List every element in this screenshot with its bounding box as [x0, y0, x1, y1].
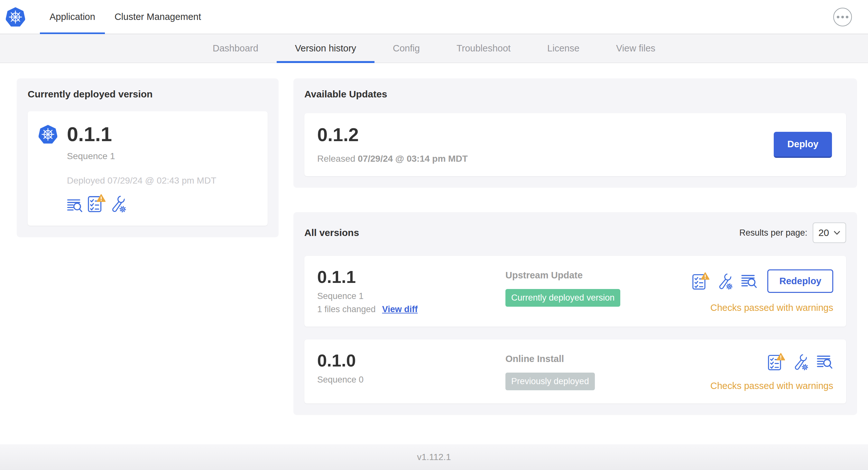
all-versions-header: All versions Results per page: 20: [304, 223, 846, 243]
deployed-icon-row: [67, 194, 216, 213]
update-version-label: 0.1.2: [317, 125, 468, 144]
preflight-status-text: Checks passed with warnings: [710, 381, 833, 391]
deployed-sequence-label: Sequence 1: [67, 151, 216, 161]
version-source: Upstream Update Currently deployed versi…: [505, 268, 692, 307]
sequence-label: Sequence 0: [317, 375, 505, 385]
top-tabs: Application Cluster Management: [40, 0, 211, 34]
version-source: Online Install Previously deployed: [505, 352, 710, 390]
tab-version-history[interactable]: Version history: [277, 34, 374, 63]
tab-config[interactable]: Config: [374, 34, 438, 63]
status-badge: Previously deployed: [505, 373, 595, 390]
tab-license[interactable]: License: [529, 34, 598, 63]
redeploy-button[interactable]: Redeploy: [767, 269, 833, 293]
ellipsis-icon: [836, 16, 849, 18]
tab-view-files[interactable]: View files: [598, 34, 674, 63]
released-label: Released: [317, 154, 355, 164]
console-version-label: v1.112.1: [417, 452, 451, 462]
tab-cluster-management[interactable]: Cluster Management: [105, 0, 211, 34]
version-label: 0.1.1: [317, 268, 505, 286]
source-label: Online Install: [505, 354, 710, 364]
more-options-button[interactable]: [833, 8, 852, 26]
version-row-0-1-1: 0.1.1 Sequence 1 1 files changed View di…: [304, 256, 846, 327]
update-info: 0.1.2 Released 07/29/24 @ 03:14 pm MDT: [317, 125, 468, 164]
version-actions: Checks passed with warnings: [710, 352, 833, 391]
deployed-info: 0.1.1 Sequence 1 Deployed 07/29/24 @ 02:…: [67, 124, 216, 213]
deployed-version-label: 0.1.1: [67, 124, 216, 145]
available-updates-title: Available Updates: [304, 89, 846, 100]
results-per-page: Results per page: 20: [739, 223, 846, 243]
update-released-line: Released 07/29/24 @ 03:14 pm MDT: [317, 154, 468, 164]
version-info: 0.1.0 Sequence 0: [317, 352, 505, 385]
preflight-status-text: Checks passed with warnings: [710, 303, 833, 313]
action-icon-row: Redeploy: [692, 269, 833, 293]
preflight-checks-warning-icon[interactable]: [88, 194, 105, 213]
app-footer: v1.112.1: [0, 444, 868, 470]
version-label: 0.1.0: [317, 352, 505, 369]
currently-deployed-title: Currently deployed version: [28, 89, 268, 100]
top-navbar: Application Cluster Management: [0, 0, 868, 34]
preflight-checks-warning-icon[interactable]: [692, 272, 709, 290]
edit-config-icon[interactable]: [110, 195, 127, 213]
deployed-timestamp: Deployed 07/29/24 @ 02:43 pm MDT: [67, 175, 216, 186]
released-timestamp: 07/29/24 @ 03:14 pm MDT: [358, 154, 468, 164]
left-column: Currently deployed version 0.1.1 Sequenc…: [17, 78, 279, 237]
results-per-page-select[interactable]: 20: [813, 223, 846, 243]
deploy-button[interactable]: Deploy: [774, 132, 832, 158]
results-per-page-label: Results per page:: [739, 228, 808, 238]
files-changed-line: 1 files changed View diff: [317, 304, 505, 314]
available-update-card: 0.1.2 Released 07/29/24 @ 03:14 pm MDT D…: [304, 113, 846, 176]
status-badge: Currently deployed version: [505, 289, 620, 307]
sequence-label: Sequence 1: [317, 291, 505, 301]
kubernetes-app-icon: [39, 125, 57, 144]
main-content: Currently deployed version 0.1.1 Sequenc…: [0, 63, 868, 444]
source-label: Upstream Update: [505, 270, 692, 281]
all-versions-title: All versions: [304, 227, 359, 238]
view-logs-icon[interactable]: [67, 198, 83, 213]
version-info: 0.1.1 Sequence 1 1 files changed View di…: [317, 268, 505, 314]
tab-application[interactable]: Application: [40, 0, 105, 34]
all-versions-panel: All versions Results per page: 20 0.1.1 …: [293, 212, 857, 415]
edit-config-icon[interactable]: [717, 273, 733, 290]
tab-troubleshoot[interactable]: Troubleshoot: [438, 34, 529, 63]
app-subnav: Dashboard Version history Config Trouble…: [0, 34, 868, 63]
version-actions: Redeploy Checks passed with warnings: [692, 268, 833, 313]
version-row-0-1-0: 0.1.0 Sequence 0 Online Install Previous…: [304, 339, 846, 403]
action-icon-row: [768, 353, 833, 371]
currently-deployed-card: 0.1.1 Sequence 1 Deployed 07/29/24 @ 02:…: [28, 111, 268, 226]
currently-deployed-panel: Currently deployed version 0.1.1 Sequenc…: [17, 78, 279, 237]
kubernetes-logo-icon: [6, 0, 25, 34]
right-column: Available Updates 0.1.2 Released 07/29/2…: [293, 78, 857, 415]
available-updates-panel: Available Updates 0.1.2 Released 07/29/2…: [293, 78, 857, 188]
results-per-page-value: 20: [818, 227, 829, 238]
view-logs-icon[interactable]: [741, 274, 758, 289]
chevron-down-icon: [834, 231, 840, 235]
preflight-checks-warning-icon[interactable]: [768, 353, 785, 371]
tab-dashboard[interactable]: Dashboard: [194, 34, 277, 63]
view-logs-icon[interactable]: [816, 355, 833, 369]
files-changed-label: 1 files changed: [317, 304, 376, 314]
edit-config-icon[interactable]: [793, 353, 809, 371]
view-diff-link[interactable]: View diff: [382, 304, 418, 314]
